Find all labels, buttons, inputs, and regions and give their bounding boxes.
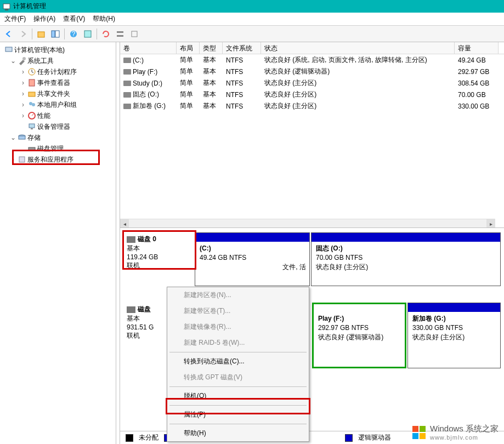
separator — [64, 29, 65, 39]
col-volume[interactable]: 卷 — [120, 42, 177, 54]
disk1-vol-g[interactable]: 新加卷 (G:) 330.00 GB NTFS 状态良好 (主分区) — [407, 303, 501, 368]
svg-point-12 — [22, 57, 26, 60]
svg-rect-8 — [117, 31, 123, 33]
svg-rect-29 — [420, 433, 426, 439]
svg-rect-28 — [412, 433, 418, 439]
scroll-right-button[interactable]: ▸ — [486, 219, 495, 227]
volume-row[interactable]: Study (D:)简单基本NTFS状态良好 (主分区)308.54 GB — [120, 77, 504, 89]
show-hide-tree-button[interactable] — [49, 27, 62, 41]
computer-icon — [4, 45, 13, 54]
volume-row[interactable]: (C:)简单基本NTFS状态良好 (系统, 启动, 页面文件, 活动, 故障转储… — [120, 54, 504, 66]
scroll-left-button[interactable]: ◂ — [120, 219, 129, 227]
toolbar: ? — [0, 26, 504, 42]
svg-text:?: ? — [72, 30, 76, 38]
volume-list: 卷 布局 类型 文件系统 状态 容量 (C:)简单基本NTFS状态良好 (系统,… — [120, 42, 504, 227]
tree-root[interactable]: 计算机管理(本地) — [0, 44, 116, 55]
tree-system-tools[interactable]: ⌄ 系统工具 — [0, 55, 116, 66]
svg-rect-9 — [117, 35, 123, 37]
expand-icon[interactable]: › — [20, 112, 26, 119]
volume-icon — [123, 92, 131, 98]
disk1-vol-f[interactable]: Play (F:) 292.97 GB NTFS 状态良好 (逻辑驱动器) — [312, 303, 406, 368]
ctx-convert-dynamic[interactable]: 转换到动态磁盘(C)... — [167, 354, 309, 369]
svg-rect-2 — [38, 32, 44, 37]
action-button[interactable] — [81, 27, 94, 41]
svg-rect-1 — [5, 9, 8, 10]
col-layout[interactable]: 布局 — [177, 42, 200, 54]
disk1-info[interactable]: 磁盘 基本 931.51 G 联机 — [123, 303, 171, 368]
volume-row[interactable]: 固态 (O:)简单基本NTFS状态良好 (主分区)70.00 GB — [120, 89, 504, 100]
svg-line-19 — [32, 114, 33, 116]
tree-device-manager[interactable]: 设备管理器 — [0, 121, 116, 132]
annotation-highlight-disk0 — [122, 230, 196, 270]
ctx-new-raid5[interactable]: 新建 RAID-5 卷(W)... — [167, 335, 309, 351]
extra-button[interactable] — [128, 27, 141, 41]
back-button[interactable] — [2, 27, 15, 41]
col-capacity[interactable]: 容量 — [455, 42, 499, 54]
nav-tree: 计算机管理(本地) ⌄ 系统工具 ›任务计划程序 ›事件查看器 ›共享文件夹 ›… — [0, 42, 116, 444]
device-icon — [27, 122, 36, 131]
tree-shared-folders[interactable]: ›共享文件夹 — [0, 88, 116, 99]
app-icon — [2, 2, 11, 11]
ctx-help[interactable]: 帮助(H) — [167, 425, 309, 441]
expand-icon[interactable]: › — [20, 79, 26, 87]
titlebar: 计算机管理 — [0, 0, 504, 13]
ctx-new-mirrored[interactable]: 新建镜像卷(R)... — [167, 319, 309, 335]
expand-icon[interactable]: › — [20, 101, 26, 109]
svg-rect-27 — [420, 426, 426, 432]
ctx-separator — [169, 424, 307, 424]
settings-button[interactable] — [114, 27, 127, 41]
watermark-url: www.bjmlv.com — [430, 434, 499, 441]
tree-performance[interactable]: ›性能 — [0, 110, 116, 121]
volume-icon — [123, 58, 131, 63]
ctx-new-striped[interactable]: 新建带区卷(T)... — [167, 303, 309, 319]
svg-rect-3 — [52, 31, 55, 37]
disk-icon — [127, 306, 135, 313]
up-button[interactable] — [35, 27, 48, 41]
ctx-new-spanned[interactable]: 新建跨区卷(N)... — [167, 287, 309, 303]
ctx-convert-gpt[interactable]: 转换成 GPT 磁盘(V) — [167, 369, 309, 385]
menu-action[interactable]: 操作(A) — [33, 14, 55, 24]
volume-icon — [123, 81, 131, 86]
context-menu: 新建跨区卷(N)... 新建带区卷(T)... 新建镜像卷(R)... 新建 R… — [167, 287, 309, 442]
forward-button[interactable] — [16, 27, 30, 41]
svg-rect-14 — [29, 79, 35, 86]
volume-row[interactable]: Play (F:)简单基本NTFS状态良好 (逻辑驱动器)292.97 GB — [120, 66, 504, 77]
tree-storage[interactable]: ⌄存储 — [0, 132, 116, 143]
menu-help[interactable]: 帮助(H) — [93, 14, 115, 24]
volume-list-header: 卷 布局 类型 文件系统 状态 容量 — [120, 42, 504, 54]
scrollbar-horizontal[interactable]: ◂ ▸ — [120, 219, 495, 227]
collapse-icon[interactable]: ⌄ — [10, 57, 16, 65]
expand-icon[interactable]: › — [20, 68, 26, 76]
watermark: Windows 系统之家 www.bjmlv.com — [411, 424, 499, 441]
collapse-icon[interactable]: ⌄ — [10, 134, 16, 141]
volume-icon — [123, 104, 131, 109]
tree-task-scheduler[interactable]: ›任务计划程序 — [0, 66, 116, 77]
watermark-text: Windows 系统之家 — [430, 424, 499, 434]
tree-event-viewer[interactable]: ›事件查看器 — [0, 77, 116, 88]
windows-logo-icon — [411, 425, 427, 440]
svg-rect-10 — [132, 31, 137, 37]
menu-view[interactable]: 查看(V) — [63, 14, 85, 24]
tree-local-users[interactable]: ›本地用户和组 — [0, 99, 116, 110]
menubar: 文件(F) 操作(A) 查看(V) 帮助(H) — [0, 13, 504, 26]
svg-rect-0 — [3, 4, 10, 9]
svg-rect-26 — [412, 426, 418, 432]
separator — [97, 29, 97, 39]
col-status[interactable]: 状态 — [261, 42, 455, 54]
storage-icon — [18, 133, 26, 142]
col-filesystem[interactable]: 文件系统 — [223, 42, 261, 54]
svg-rect-15 — [29, 92, 35, 96]
users-icon — [27, 100, 36, 109]
tools-icon — [18, 56, 26, 65]
expand-icon[interactable]: › — [20, 90, 26, 98]
col-type[interactable]: 类型 — [200, 42, 223, 54]
legend-logical-box — [345, 434, 353, 442]
refresh-button[interactable] — [99, 27, 112, 41]
perf-icon — [27, 111, 36, 120]
help-button[interactable]: ? — [67, 27, 80, 41]
disk0-vol-c[interactable]: (C:) 49.24 GB NTFS 文件, 活 — [195, 232, 310, 286]
menu-file[interactable]: 文件(F) — [4, 14, 26, 24]
disk0-vol-o[interactable]: 固态 (O:) 70.00 GB NTFS 状态良好 (主分区) — [311, 232, 501, 286]
svg-rect-23 — [19, 136, 25, 139]
volume-row[interactable]: 新加卷 (G:)简单基本NTFS状态良好 (主分区)330.00 GB — [120, 100, 504, 112]
